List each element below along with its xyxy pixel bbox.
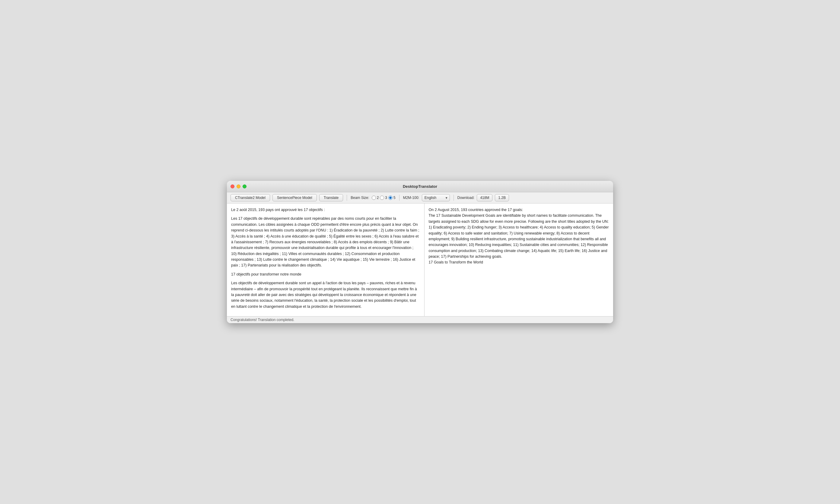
translated-para-2: The 17 Sustainable Development Goals are…: [429, 213, 609, 259]
m2m-label: M2M-100:: [403, 196, 419, 200]
maximize-button[interactable]: [243, 184, 246, 188]
app-window: DesktopTranslator CTranslate2 Model Sent…: [227, 181, 613, 323]
sentencepiece-model-button[interactable]: SentencePiece Model: [272, 194, 317, 201]
titlebar: DesktopTranslator: [227, 181, 613, 192]
source-para-3: 17 objectifs pour transformer notre mond…: [231, 272, 420, 277]
language-select-wrapper: English Hindi Hungarian Icelandic Igbo I…: [422, 194, 450, 201]
beam-2-label: 2: [377, 196, 379, 200]
beam-size-label: Beam Size:: [350, 196, 369, 200]
beam-3-option[interactable]: 3: [380, 196, 387, 200]
beam-5-label: 5: [393, 196, 396, 200]
translated-para-3: 17 Goals to Transform the World: [429, 259, 609, 265]
source-para-4: Les objectifs de développement durable s…: [231, 280, 420, 310]
beam-3-radio[interactable]: [380, 196, 384, 200]
download-418m-button[interactable]: 418M: [477, 194, 493, 201]
beam-size-radio-group: 2 3 5: [372, 196, 396, 200]
window-title: DesktopTranslator: [403, 184, 437, 189]
status-text: Congratulations! Translation completed.: [230, 318, 294, 322]
traffic-lights: [230, 184, 246, 188]
source-para-2: Les 17 objectifs de développement durabl…: [231, 216, 420, 268]
source-text-panel[interactable]: Le 2 août 2015, 193 pays ont approuvé le…: [227, 203, 425, 316]
download-label: Download:: [458, 196, 475, 200]
beam-2-option[interactable]: 2: [372, 196, 379, 200]
separator-1: [347, 195, 347, 201]
language-select[interactable]: English Hindi Hungarian Icelandic Igbo I…: [422, 194, 450, 201]
source-para-1: Le 2 août 2015, 193 pays ont approuvé le…: [231, 207, 420, 213]
beam-5-radio[interactable]: [388, 196, 393, 200]
separator-3: [453, 195, 454, 201]
download-12b-button[interactable]: 1.2B: [495, 194, 509, 201]
status-bar: Congratulations! Translation completed.: [227, 316, 613, 323]
translated-para-1: On 2 August 2015, 193 countries approved…: [429, 207, 609, 213]
beam-2-radio[interactable]: [372, 196, 376, 200]
beam-3-label: 3: [385, 196, 387, 200]
ctranslate2-model-button[interactable]: CTranslate2 Model: [230, 194, 270, 201]
right-panel-wrapper: On 2 August 2015, 193 countries approved…: [425, 203, 613, 316]
minimize-button[interactable]: [237, 184, 240, 188]
translate-button[interactable]: Translate: [319, 194, 343, 201]
separator-2: [399, 195, 399, 201]
content-area: Le 2 août 2015, 193 pays ont approuvé le…: [227, 203, 613, 316]
beam-5-option[interactable]: 5: [388, 196, 396, 200]
translated-text-panel[interactable]: On 2 August 2015, 193 countries approved…: [425, 203, 613, 316]
close-button[interactable]: [230, 184, 235, 188]
toolbar: CTranslate2 Model SentencePiece Model Tr…: [227, 192, 613, 203]
